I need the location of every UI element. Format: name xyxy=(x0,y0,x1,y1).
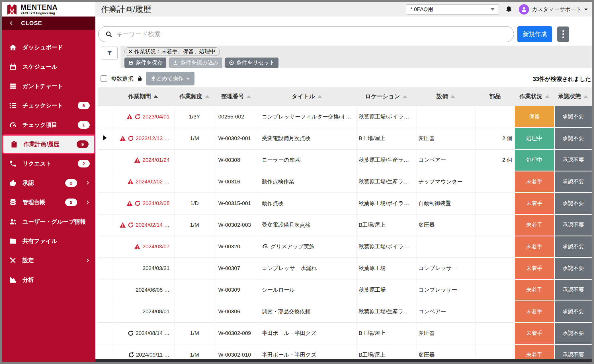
status-badge: 未着手 xyxy=(515,171,554,193)
cell-frequency: 1/D xyxy=(174,193,215,214)
badge-count: 6 xyxy=(78,102,90,109)
load-conditions-button[interactable]: 条件を読み込み xyxy=(169,58,222,68)
cell-parts xyxy=(476,257,515,279)
column-header[interactable]: 承認状態 xyxy=(554,87,592,106)
sidebar-item-checksheet[interactable]: チェックシート 6 xyxy=(2,96,95,115)
cell-frequency: 1/M xyxy=(174,344,215,359)
column-header[interactable]: ロケーション xyxy=(356,87,416,106)
sidebar-item-work-plan[interactable]: 作業計画/履歴 9 xyxy=(2,134,95,154)
cell-location: B工場/屋上 xyxy=(356,344,416,359)
cell-frequency xyxy=(174,301,215,322)
bulk-action-button[interactable]: まとめて操作 xyxy=(146,72,194,85)
status-badge: 未着手 xyxy=(515,344,554,359)
sidebar-item-ledger[interactable]: 管理台帳 5 xyxy=(2,193,95,212)
sidebar-item-files[interactable]: 共有ファイル xyxy=(2,231,95,251)
table-row[interactable]: 2024/02/02 … W-00316 動作点検作業 秋葉原工場/生産ラ… チ… xyxy=(98,171,592,193)
cell-title: コンプレッサー水漏れ xyxy=(258,257,356,279)
sidebar-item-label: 管理台帳 xyxy=(22,199,45,206)
sidebar-item-schedule[interactable]: スケジュール xyxy=(2,57,95,76)
table-row[interactable]: 2024/02/08 1/D W-00315-001 動作点検 秋葉原工場/ボイ… xyxy=(98,193,592,214)
cell-title: シールロール xyxy=(258,279,356,301)
badge-count: 5 xyxy=(65,199,77,206)
cell-frequency: 1/3Y xyxy=(174,106,215,128)
workspace-select[interactable]: * 0FAQ用 xyxy=(406,4,499,15)
sidebar-item-dashboard[interactable]: ダッシュボード xyxy=(2,38,95,57)
cell-parts xyxy=(476,322,515,344)
user-menu[interactable]: カスタマーサポート xyxy=(519,4,588,15)
column-header[interactable]: 整理番号 xyxy=(215,87,258,106)
cell-reference-number: W-00320 xyxy=(215,236,258,257)
approval-badge: 承認不要 xyxy=(554,257,592,279)
table-row[interactable]: 2023/12/13 … 1/M W-00302-001 受変電設備月次点検 B… xyxy=(98,128,592,149)
cell-parts xyxy=(476,106,515,128)
cell-title: コンプレッサーフィルター交換/オ… xyxy=(258,106,356,128)
cell-parts xyxy=(476,214,515,236)
sidebar-item-icon xyxy=(9,63,17,71)
table-row[interactable]: 2024/06/05 … W-00309 シールロール 秋葉原工場 コンプレッサ… xyxy=(98,279,592,301)
sidebar-item-analysis[interactable]: 分析 xyxy=(2,270,95,289)
chevron-down-icon xyxy=(491,8,495,11)
cell-parts xyxy=(476,171,515,193)
table-row[interactable]: 2024/08/01 W-00306 調査・部品交換依頼 秋葉原工場/生産ラ… … xyxy=(98,301,592,322)
save-conditions-button[interactable]: 条件を保存 xyxy=(124,58,166,68)
table-row[interactable]: 2024/01/24 W-00308 ローラーの摩耗 秋葉原工場/生産ラ… コン… xyxy=(98,149,592,171)
chevron-left-icon xyxy=(9,21,14,25)
sidebar-item-request[interactable]: リクエスト 2 xyxy=(2,154,95,173)
sidebar-item-settings[interactable]: 設定 xyxy=(2,251,95,270)
search-icon xyxy=(105,31,112,38)
notification-bell-icon[interactable] xyxy=(505,5,513,13)
sidebar-item-users[interactable]: ユーザー・グループ情報 xyxy=(2,212,95,231)
sort-arrow-icon xyxy=(545,95,550,98)
cell-equipment: コンベアー xyxy=(416,301,476,322)
status-badge: 未着手 xyxy=(515,301,554,322)
app-window: MENTENA YACHIYO Engineering 作業計画/履歴 * 0F… xyxy=(2,2,592,362)
column-header[interactable]: 作業期間 xyxy=(112,87,174,106)
cell-location: 秋葉原工場/ボイラ… xyxy=(356,106,416,128)
close-icon[interactable]: × xyxy=(129,48,132,55)
column-header[interactable]: タイトル xyxy=(258,87,356,106)
cell-title: 受変電設備月次点検 xyxy=(258,214,356,236)
sidebar-item-label: 設定 xyxy=(22,257,34,264)
more-options-button[interactable] xyxy=(557,26,569,42)
approval-badge: 承認不要 xyxy=(554,301,592,322)
table-row[interactable]: 2024/09/11 … 1/M W-00302-010 半田ボール・半田クズ … xyxy=(98,344,592,359)
cell-parts xyxy=(476,279,515,301)
sidebar-close-button[interactable]: CLOSE xyxy=(2,17,95,30)
save-icon xyxy=(128,60,133,65)
filter-chip-label: 作業状況：未着手、保留、処理中 xyxy=(134,48,216,55)
status-badge: 未着手 xyxy=(515,236,554,257)
expand-row-icon[interactable] xyxy=(103,135,107,141)
filter-chip-work-status[interactable]: × 作業状況：未着手、保留、処理中 xyxy=(124,47,220,56)
cell-work-period: 2024/03/07 xyxy=(112,236,174,257)
sidebar-item-approval[interactable]: 承認 2 xyxy=(2,173,95,193)
sidebar-item-icon xyxy=(9,160,17,167)
table-row[interactable]: 2024/03/21 W-00307 コンプレッサー水漏れ 秋葉原工場 コンプレ… xyxy=(98,257,592,279)
column-header[interactable]: 作業頻度 xyxy=(174,87,215,106)
table-row[interactable]: 2023/04/01 1/3Y 00255-002 コンプレッサーフィルター交換… xyxy=(98,106,592,128)
search-field[interactable] xyxy=(98,26,514,42)
cell-reference-number: W-00302-001 xyxy=(215,128,258,149)
column-header[interactable]: 部品 xyxy=(476,87,515,106)
filter-button[interactable] xyxy=(102,46,118,60)
table-row[interactable]: 2024/08/14 … 1/M W-00302-009 半田ボール・半田クズ … xyxy=(98,322,592,344)
cell-title: 半田ボール・半田クズ xyxy=(258,322,356,344)
status-badge: 処理中 xyxy=(515,128,554,149)
create-new-button[interactable]: 新規作成 xyxy=(517,26,552,42)
multi-select-checkbox[interactable] xyxy=(101,75,107,82)
search-input[interactable] xyxy=(116,30,507,38)
cell-work-period: 2023/04/01 xyxy=(112,106,174,128)
cell-location: 秋葉原工場/生産ラ… xyxy=(356,171,416,193)
repeat-icon xyxy=(128,136,134,141)
table-row[interactable]: 2024/03/07 W-00320 グリスアップ実施 秋葉原工場/ボイラ… 未… xyxy=(98,236,592,257)
reset-conditions-button[interactable]: 条件をリセット xyxy=(225,58,278,68)
sort-arrow-icon xyxy=(583,95,588,98)
sort-arrow-icon xyxy=(403,95,407,98)
cell-equipment: チップマウンター xyxy=(416,171,476,193)
sidebar-item-gantt[interactable]: ガントチャート xyxy=(2,76,95,96)
column-header[interactable]: 作業状況 xyxy=(515,87,554,106)
app-header: 作業計画/履歴 * 0FAQ用 カスタマーサポート xyxy=(95,2,592,17)
table-row[interactable]: 2024/02/14 … 1/M W-00302-003 受変電設備月次点検 B… xyxy=(98,214,592,236)
sidebar-item-checkitems[interactable]: チェック項目 1 xyxy=(2,115,95,134)
sidebar-item-label: チェックシート xyxy=(22,102,63,109)
column-header[interactable]: 設備 xyxy=(416,87,476,106)
